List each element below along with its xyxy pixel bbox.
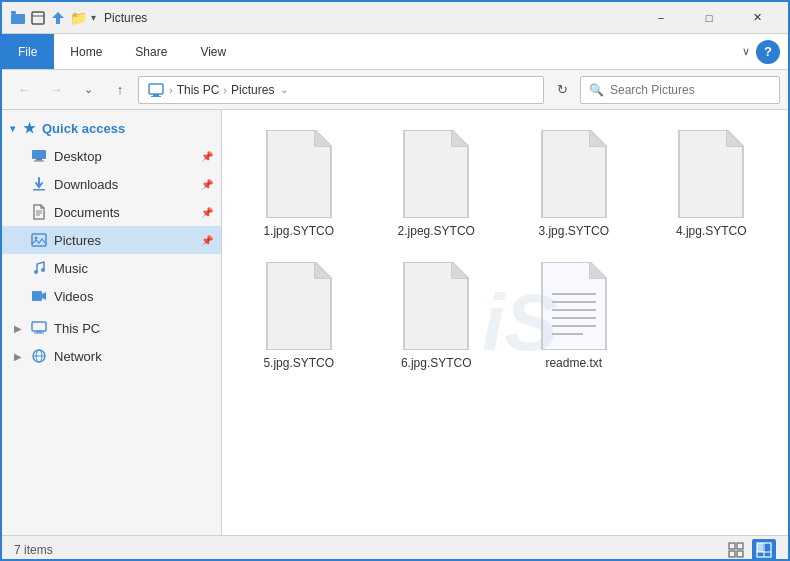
- tab-view[interactable]: View: [184, 34, 243, 69]
- address-dropdown-button[interactable]: ⌄: [74, 76, 102, 104]
- pictures-label: Pictures: [54, 233, 101, 248]
- svg-rect-34: [737, 551, 743, 557]
- pictures-icon: [30, 231, 48, 249]
- sidebar-item-music[interactable]: Music: [2, 254, 221, 282]
- path-separator-2: ›: [223, 84, 227, 96]
- title-bar: 📁 ▾ Pictures − □ ✕: [2, 2, 788, 34]
- videos-icon: [30, 287, 48, 305]
- svg-rect-31: [729, 543, 735, 549]
- search-icon: 🔍: [589, 83, 604, 97]
- quick-access-label: Quick access: [42, 121, 125, 136]
- file-name-6: 6.jpg.SYTCO: [401, 356, 472, 370]
- help-button[interactable]: ?: [756, 40, 780, 64]
- sidebar-item-videos[interactable]: Videos: [2, 282, 221, 310]
- file-grid: 1.jpg.SYTCO 2.jpeg.SYTCO 3.jpg.SYTCO: [234, 122, 776, 378]
- file-icon-2: [400, 130, 472, 218]
- music-label: Music: [54, 261, 88, 276]
- file-icon-6: [400, 262, 472, 350]
- window-controls: − □ ✕: [638, 2, 780, 34]
- close-button[interactable]: ✕: [734, 2, 780, 34]
- file-item-1[interactable]: 1.jpg.SYTCO: [234, 122, 364, 246]
- large-icons-view-button[interactable]: [752, 539, 776, 561]
- medium-icons-view-button[interactable]: [724, 539, 748, 561]
- window-icon: [10, 10, 26, 26]
- downloads-label: Downloads: [54, 177, 118, 192]
- path-pictures[interactable]: Pictures: [231, 83, 274, 97]
- window-title: Pictures: [104, 11, 638, 25]
- this-pc-label: This PC: [54, 321, 100, 336]
- path-this-pc[interactable]: This PC: [177, 83, 220, 97]
- title-bar-icons: 📁 ▾: [10, 10, 96, 26]
- maximize-button[interactable]: □: [686, 2, 732, 34]
- tab-share[interactable]: Share: [119, 34, 184, 69]
- svg-rect-8: [36, 159, 42, 161]
- documents-pin-icon: 📌: [201, 207, 213, 218]
- file-item-2[interactable]: 2.jpeg.SYTCO: [372, 122, 502, 246]
- file-item-5[interactable]: 5.jpg.SYTCO: [234, 254, 364, 378]
- back-button[interactable]: ←: [10, 76, 38, 104]
- network-label: Network: [54, 349, 102, 364]
- dropdown-icon[interactable]: ▾: [91, 12, 96, 23]
- downloads-icon: [30, 175, 48, 193]
- svg-rect-6: [151, 96, 161, 97]
- this-pc-sidebar-icon: [30, 319, 48, 337]
- quick-access-chevron: ▾: [10, 123, 15, 134]
- svg-rect-1: [11, 14, 25, 24]
- file-item-6[interactable]: 6.jpg.SYTCO: [372, 254, 502, 378]
- file-icon-5: [263, 262, 335, 350]
- ribbon: File Home Share View ∨ ?: [2, 34, 788, 70]
- svg-rect-20: [36, 331, 42, 333]
- search-input[interactable]: [610, 83, 771, 97]
- tab-home[interactable]: Home: [54, 34, 119, 69]
- music-icon: [30, 259, 48, 277]
- svg-rect-21: [34, 333, 44, 334]
- qat-icon1[interactable]: [30, 10, 46, 26]
- file-item-4[interactable]: 4.jpg.SYTCO: [647, 122, 777, 246]
- search-box[interactable]: 🔍: [580, 76, 780, 104]
- path-dropdown-icon[interactable]: ⌄: [280, 84, 288, 95]
- minimize-button[interactable]: −: [638, 2, 684, 34]
- file-item-7[interactable]: readme.txt: [509, 254, 639, 378]
- ribbon-collapse-button[interactable]: ∨: [742, 45, 750, 58]
- svg-rect-9: [34, 161, 44, 162]
- svg-rect-10: [33, 189, 45, 191]
- network-icon: [30, 347, 48, 365]
- svg-rect-32: [737, 543, 743, 549]
- file-icon-1: [263, 130, 335, 218]
- svg-rect-36: [757, 543, 763, 552]
- documents-icon: [30, 203, 48, 221]
- file-name-4: 4.jpg.SYTCO: [676, 224, 747, 238]
- file-icon-4: [675, 130, 747, 218]
- path-separator-1: ›: [169, 84, 173, 96]
- downloads-pin-icon: 📌: [201, 179, 213, 190]
- sidebar-item-desktop[interactable]: Desktop 📌: [2, 142, 221, 170]
- item-count: 7 items: [14, 543, 53, 557]
- quick-access-star-icon: ★: [23, 120, 36, 136]
- refresh-button[interactable]: ↻: [548, 76, 576, 104]
- tab-file[interactable]: File: [2, 34, 54, 69]
- pictures-pin-icon: 📌: [201, 235, 213, 246]
- desktop-icon: [30, 147, 48, 165]
- sidebar-item-downloads[interactable]: Downloads 📌: [2, 170, 221, 198]
- svg-point-17: [41, 268, 45, 272]
- svg-rect-18: [32, 291, 42, 301]
- sidebar-item-documents[interactable]: Documents 📌: [2, 198, 221, 226]
- qat-icon2[interactable]: [50, 10, 66, 26]
- sidebar-item-this-pc[interactable]: ▶ This PC: [2, 314, 221, 342]
- file-name-3: 3.jpg.SYTCO: [538, 224, 609, 238]
- svg-point-16: [34, 270, 38, 274]
- file-item-3[interactable]: 3.jpg.SYTCO: [509, 122, 639, 246]
- file-area: iS 1.jpg.SYTCO 2.jpeg.SYTCO: [222, 110, 788, 535]
- sidebar-item-network[interactable]: ▶ Network: [2, 342, 221, 370]
- main-layout: ▾ ★ Quick access Desktop 📌: [2, 110, 788, 535]
- address-path[interactable]: › This PC › Pictures ⌄: [138, 76, 544, 104]
- status-bar: 7 items: [2, 535, 788, 561]
- sidebar-item-pictures[interactable]: Pictures 📌: [2, 226, 221, 254]
- folder-icon-small: 📁: [70, 10, 87, 26]
- svg-rect-5: [153, 94, 159, 96]
- sidebar: ▾ ★ Quick access Desktop 📌: [2, 110, 222, 535]
- forward-button[interactable]: →: [42, 76, 70, 104]
- file-name-2: 2.jpeg.SYTCO: [398, 224, 475, 238]
- sidebar-section-quick-access[interactable]: ▾ ★ Quick access: [2, 114, 221, 142]
- up-button[interactable]: ↑: [106, 76, 134, 104]
